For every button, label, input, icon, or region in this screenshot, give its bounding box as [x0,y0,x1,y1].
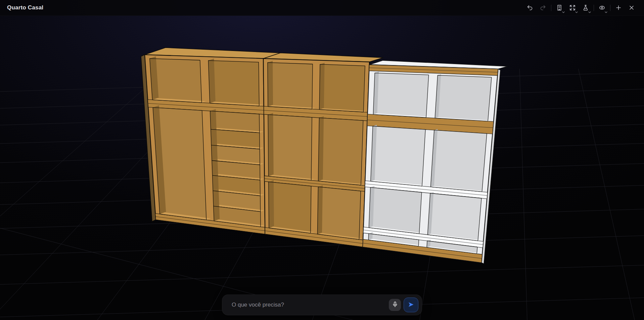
toolbar-separator [551,5,551,11]
chevron-down-icon [575,11,578,13]
prompt-input[interactable] [222,295,389,315]
viewport-3d[interactable] [0,0,644,320]
send-icon [408,301,414,309]
redo-button[interactable] [538,2,548,13]
undo-button[interactable] [525,2,535,13]
building-tool-button[interactable] [554,2,564,13]
module-left-wood [145,48,280,234]
send-button[interactable] [404,298,418,312]
add-button[interactable] [613,2,624,13]
mic-button[interactable] [389,299,401,311]
expand-icon [569,4,576,11]
plus-icon [615,4,622,11]
toolbar-separator [610,5,610,11]
close-button[interactable] [627,2,637,13]
page-title: Quarto Casal [7,4,43,11]
close-icon [628,4,635,11]
eye-icon [599,4,605,11]
view-tool-button[interactable] [597,2,607,13]
undo-icon [526,4,533,11]
building-icon [556,4,563,11]
top-bar: Quarto Casal [0,0,644,16]
flask-icon [582,4,589,11]
expand-tool-button[interactable] [567,2,578,13]
chevron-down-icon [588,11,591,13]
flask-tool-button[interactable] [581,2,591,13]
scene-canvas [0,0,644,320]
chevron-down-icon [605,11,607,13]
prompt-bar [222,295,422,315]
toolbar-separator [594,5,594,11]
toolbar [525,2,637,13]
redo-icon [540,4,546,11]
microphone-icon [392,301,398,309]
chevron-down-icon [562,11,565,13]
